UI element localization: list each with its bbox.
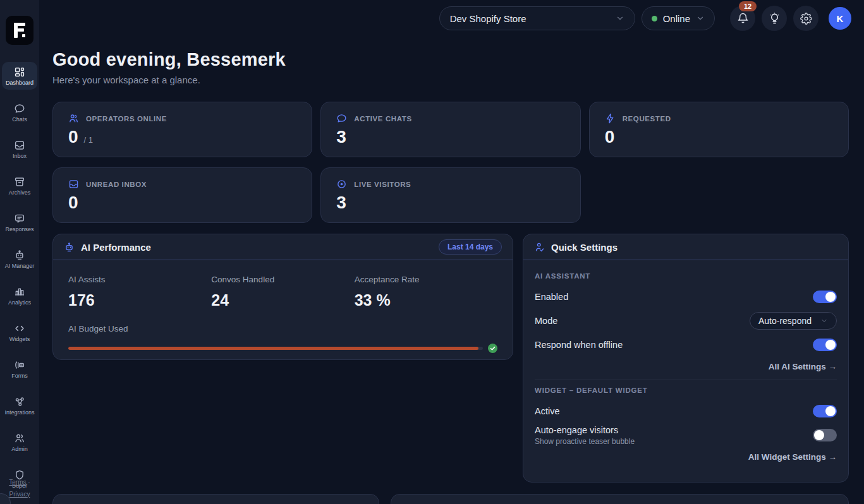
setting-sublabel: Show proactive teaser bubble: [535, 437, 635, 446]
setting-label: Respond when offline: [535, 340, 623, 350]
setting-row-enabled: Enabled: [535, 285, 837, 309]
divider: [535, 380, 837, 380]
enabled-toggle[interactable]: [813, 291, 837, 303]
footer-separator: ·: [28, 479, 30, 486]
metric-ai-assists: AI Assists 176: [68, 275, 211, 309]
sidebar-item-label: Forms: [11, 373, 28, 379]
formilla-logo-icon: [11, 21, 28, 39]
stat-card-active-chats[interactable]: ACTIVE CHATS 3: [320, 102, 580, 157]
metric-label: AI Assists: [68, 275, 211, 284]
sidebar-item-label: Widgets: [9, 336, 30, 342]
sidebar-item-forms[interactable]: Forms: [2, 355, 37, 383]
setting-label: Auto-engage visitors: [535, 425, 635, 435]
sidebar-item-archives[interactable]: Archives: [2, 172, 37, 200]
form-field-icon: [14, 359, 25, 371]
lightbulb-icon: [769, 13, 781, 25]
operators-icon: [68, 113, 79, 124]
topbar: Dev Shopify Store Online 12: [39, 0, 864, 37]
budget-label: AI Budget Used: [68, 324, 497, 333]
sidebar-item-label: Responses: [5, 226, 33, 232]
metric-value: 24: [211, 291, 354, 309]
period-badge[interactable]: Last 14 days: [439, 239, 502, 255]
sidebar-item-label: Integrations: [4, 409, 34, 416]
setting-label: Active: [535, 406, 560, 416]
page-title: Good evening, Bessemerk: [52, 49, 849, 70]
stats-grid: OPERATORS ONLINE 0 / 1 ACTIV: [52, 102, 849, 223]
sidebar-item-dashboard[interactable]: Dashboard: [2, 62, 37, 90]
notifications-button[interactable]: 12: [730, 6, 755, 31]
lightning-bolt-icon: [605, 113, 616, 124]
sidebar-item-label: Chats: [12, 116, 27, 123]
sidebar-item-integrations[interactable]: Integrations: [2, 392, 37, 419]
metric-convos-handled: Convos Handled 24: [211, 275, 354, 309]
metric-label: Acceptance Rate: [355, 275, 497, 284]
stat-card-unread-inbox[interactable]: UNREAD INBOX 0: [52, 167, 312, 223]
check-circle-icon: [488, 344, 497, 353]
dashboard-content: Good evening, Bessemerk Here's your work…: [39, 37, 864, 504]
stat-value: 3: [336, 127, 346, 147]
mode-select[interactable]: Auto-respond: [750, 312, 837, 330]
auto-engage-toggle[interactable]: [813, 429, 837, 441]
stat-card-operators-online[interactable]: OPERATORS ONLINE 0 / 1: [52, 102, 312, 157]
code-brackets-icon: [14, 323, 25, 334]
stat-label: LIVE VISITORS: [354, 181, 411, 188]
stat-label: UNREAD INBOX: [86, 181, 147, 188]
gear-icon: [800, 13, 812, 25]
sidebar-item-widgets[interactable]: Widgets: [2, 318, 37, 346]
setting-row-respond-offline: Respond when offline: [535, 333, 837, 357]
setting-label: Mode: [535, 316, 557, 326]
sidebar-item-analytics[interactable]: Analytics: [2, 282, 37, 309]
chat-bubble-icon: [336, 113, 347, 124]
user-avatar[interactable]: K: [829, 7, 851, 30]
app-logo[interactable]: [6, 16, 33, 45]
sidebar-item-label: Admin: [11, 446, 28, 452]
sidebar-item-inbox[interactable]: Inbox: [2, 135, 37, 163]
stat-label: OPERATORS ONLINE: [86, 115, 167, 123]
sidebar-item-chats[interactable]: Chats: [2, 99, 37, 126]
dashboard-icon: [14, 66, 25, 78]
online-status-dot: [652, 16, 657, 21]
metric-value: 176: [68, 291, 211, 309]
live-visitors-eye-icon: [336, 179, 347, 189]
budget-progress: [68, 344, 497, 353]
recent-conversations-panel: Recent Conversations View All: [391, 494, 849, 504]
person-check-icon: [534, 242, 545, 253]
status-selector[interactable]: Online: [642, 6, 715, 30]
budget-progress-fill: [68, 347, 478, 350]
sidebar-item-responses[interactable]: Responses: [2, 208, 37, 236]
chat-bubble-icon: [14, 103, 25, 114]
store-selector[interactable]: Dev Shopify Store: [439, 6, 635, 30]
ai-performance-panel: AI Performance Last 14 days AI Assists 1…: [52, 234, 513, 360]
all-widget-settings-link[interactable]: All Widget Settings →: [748, 452, 837, 462]
archive-box-icon: [14, 176, 25, 188]
terms-link[interactable]: Terms: [9, 479, 26, 486]
sidebar-item-label: Analytics: [8, 299, 31, 306]
sidebar-item-label: Inbox: [13, 153, 27, 159]
stat-value: 0: [68, 127, 78, 147]
setting-row-mode: Mode Auto-respond: [535, 309, 837, 333]
main-area: Dev Shopify Store Online 12: [39, 0, 864, 504]
metric-label: Convos Handled: [211, 275, 354, 284]
sidebar-nav: Dashboard Chats Inbox: [0, 62, 39, 501]
respond-offline-toggle[interactable]: [813, 339, 837, 351]
panels-row: AI Performance Last 14 days AI Assists 1…: [52, 234, 849, 483]
app-root: Dashboard Chats Inbox: [0, 0, 864, 504]
settings-button[interactable]: [793, 6, 818, 31]
stat-card-requested[interactable]: REQUESTED 0: [589, 102, 849, 157]
budget-progress-track: [68, 347, 483, 350]
all-ai-settings-link[interactable]: All AI Settings →: [769, 362, 837, 371]
metric-value: 33 %: [355, 291, 497, 309]
setting-row-auto-engage: Auto-engage visitors Show proactive teas…: [535, 423, 837, 447]
sidebar-item-label: AI Manager: [5, 263, 35, 269]
sidebar-item-admin[interactable]: Admin: [2, 428, 37, 456]
tips-button[interactable]: [762, 6, 787, 31]
stat-card-live-visitors[interactable]: LIVE VISITORS 3: [320, 167, 580, 223]
chevron-down-icon: [820, 317, 828, 325]
notification-count-badge: 12: [739, 1, 757, 11]
privacy-link[interactable]: Privacy: [9, 491, 30, 498]
sidebar-item-label: Dashboard: [6, 80, 33, 86]
sidebar-item-ai-manager[interactable]: AI Manager: [2, 245, 37, 273]
bottom-panels-row: Team View Team Recent Co: [52, 494, 849, 504]
section-title-widget: WIDGET – DEFAULT WIDGET: [535, 387, 837, 394]
widget-active-toggle[interactable]: [813, 405, 837, 417]
